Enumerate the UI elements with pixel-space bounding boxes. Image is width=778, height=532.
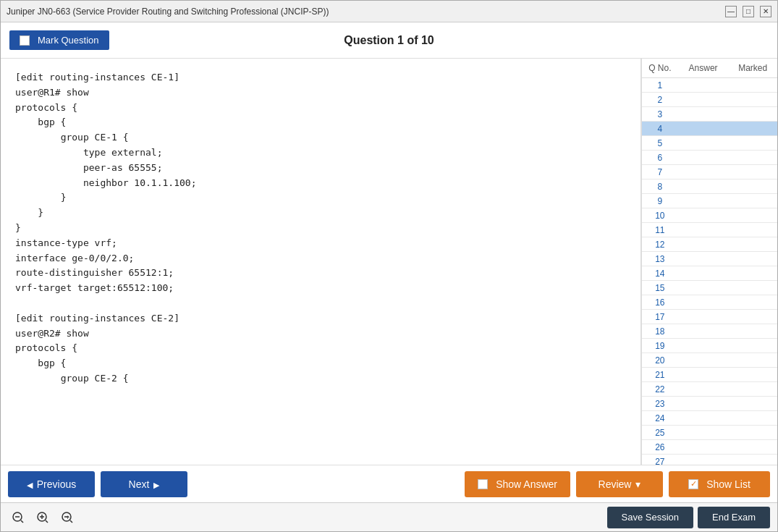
q-number: 24: [642, 413, 678, 423]
svg-line-9: [70, 520, 72, 523]
question-list-item[interactable]: 2: [642, 93, 777, 107]
end-exam-button[interactable]: End Exam: [698, 507, 770, 528]
close-button[interactable]: ✕: [760, 6, 771, 17]
q-number: 6: [642, 153, 678, 163]
save-session-button[interactable]: Save Session: [607, 507, 694, 528]
question-list-item[interactable]: 10: [642, 208, 777, 223]
show-list-check-icon: ✓: [688, 479, 698, 489]
zoom-in-icon: +: [61, 511, 74, 524]
window-title: Juniper JN0-663 (Service Provider Routin…: [7, 7, 329, 17]
zoom-out-icon: [12, 511, 25, 524]
q-number: 1: [642, 80, 678, 90]
mark-checkbox-icon: [20, 35, 30, 46]
q-number: 2: [642, 95, 678, 105]
q-number: 5: [642, 138, 678, 148]
question-sidebar: Q No. Answer Marked 12345678910111213141…: [641, 59, 777, 465]
question-list-item[interactable]: 27: [642, 455, 777, 465]
question-list-item[interactable]: 15: [642, 281, 777, 295]
question-list-item[interactable]: 6: [642, 151, 777, 165]
q-number: 12: [642, 240, 678, 250]
show-list-button[interactable]: ✓ Show List: [669, 471, 770, 497]
review-dropdown-icon: ▾: [635, 478, 640, 490]
col-header-no: Q No.: [642, 62, 678, 75]
question-list-item[interactable]: 18: [642, 324, 777, 339]
col-header-answer: Answer: [678, 62, 729, 75]
q-number: 19: [642, 341, 678, 351]
question-list-item[interactable]: 22: [642, 382, 777, 397]
question-list-item[interactable]: 26: [642, 440, 777, 455]
minimize-button[interactable]: —: [725, 6, 737, 17]
question-list-item[interactable]: 23: [642, 397, 777, 411]
show-answer-label: Show Answer: [496, 478, 557, 490]
next-button[interactable]: Next: [101, 471, 187, 497]
q-number: 9: [642, 196, 678, 206]
action-bar: + Save Session End Exam: [1, 502, 777, 531]
q-number: 10: [642, 211, 678, 221]
q-number: 17: [642, 312, 678, 322]
q-number: 18: [642, 326, 678, 337]
q-number: 23: [642, 399, 678, 409]
previous-button[interactable]: Previous: [8, 471, 95, 497]
question-list-item[interactable]: 8: [642, 180, 777, 194]
review-button[interactable]: Review ▾: [576, 471, 663, 497]
question-list-item[interactable]: 16: [642, 295, 777, 310]
mark-question-button[interactable]: Mark Question: [9, 30, 109, 50]
main-area: [edit routing-instances CE-1] user@R1# s…: [1, 59, 777, 465]
maximize-button[interactable]: □: [743, 6, 754, 17]
question-list-item[interactable]: 7: [642, 165, 777, 180]
q-number: 20: [642, 355, 678, 366]
q-number: 27: [642, 457, 678, 465]
q-number: 14: [642, 269, 678, 279]
svg-line-2: [21, 520, 23, 523]
nav-bar: Previous Next Show Answer Review ▾ ✓ Sho…: [1, 465, 777, 502]
question-list-item[interactable]: 9: [642, 194, 777, 208]
next-label: Next: [129, 478, 150, 490]
q-number: 25: [642, 428, 678, 438]
q-number: 16: [642, 297, 678, 308]
show-list-label: Show List: [706, 478, 750, 490]
zoom-reset-button[interactable]: [33, 507, 53, 528]
question-list-item[interactable]: 3: [642, 107, 777, 122]
question-list-item[interactable]: 19: [642, 339, 777, 353]
next-arrow-icon: [153, 478, 159, 490]
review-label: Review: [599, 478, 632, 490]
svg-line-6: [46, 520, 48, 523]
col-header-marked: Marked: [728, 62, 777, 75]
question-list-item[interactable]: 21: [642, 368, 777, 382]
question-counter: Question 1 of 10: [344, 34, 434, 47]
zoom-in-button[interactable]: +: [57, 507, 77, 528]
q-number: 26: [642, 442, 678, 452]
q-number: 4: [642, 124, 678, 134]
question-code: [edit routing-instances CE-1] user@R1# s…: [15, 70, 626, 387]
question-list-item[interactable]: 17: [642, 310, 777, 324]
q-number: 11: [642, 225, 678, 235]
end-exam-label: End Exam: [712, 512, 756, 523]
question-list-item[interactable]: 1: [642, 78, 777, 93]
zoom-out-button[interactable]: [8, 507, 28, 528]
question-list[interactable]: 1234567891011121314151617181920212223242…: [642, 78, 777, 465]
question-list-item[interactable]: 4: [642, 122, 777, 136]
q-number: 21: [642, 370, 678, 380]
show-answer-icon: [478, 479, 488, 489]
question-list-item[interactable]: 5: [642, 136, 777, 151]
show-answer-button[interactable]: Show Answer: [465, 471, 570, 497]
q-number: 15: [642, 283, 678, 293]
svg-text:+: +: [66, 514, 69, 521]
question-list-item[interactable]: 14: [642, 266, 777, 281]
titlebar: Juniper JN0-663 (Service Provider Routin…: [1, 1, 777, 22]
q-number: 13: [642, 254, 678, 264]
previous-arrow-icon: [27, 478, 33, 490]
q-number: 22: [642, 384, 678, 394]
previous-label: Previous: [37, 478, 76, 490]
question-list-item[interactable]: 25: [642, 426, 777, 440]
question-list-item[interactable]: 13: [642, 252, 777, 266]
zoom-reset-icon: [36, 511, 49, 524]
header-bar: Mark Question Question 1 of 10: [1, 22, 777, 59]
mark-question-label: Mark Question: [38, 35, 99, 46]
question-list-item[interactable]: 20: [642, 353, 777, 368]
question-area[interactable]: [edit routing-instances CE-1] user@R1# s…: [1, 59, 641, 465]
q-number: 8: [642, 182, 678, 192]
question-list-item[interactable]: 24: [642, 411, 777, 426]
question-list-item[interactable]: 12: [642, 237, 777, 252]
question-list-item[interactable]: 11: [642, 223, 777, 237]
